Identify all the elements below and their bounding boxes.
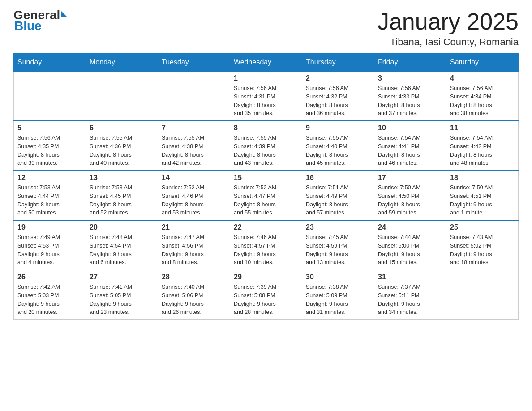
calendar-cell: 1Sunrise: 7:56 AMSunset: 4:31 PMDaylight…	[230, 71, 302, 121]
day-info: Sunrise: 7:56 AMSunset: 4:31 PMDaylight:…	[234, 84, 298, 118]
calendar-cell: 9Sunrise: 7:55 AMSunset: 4:40 PMDaylight…	[302, 121, 374, 171]
day-number: 15	[234, 174, 298, 182]
day-number: 12	[17, 174, 82, 182]
title-block: January 2025 Tibana, Iasi County, Romani…	[378, 9, 519, 48]
day-info: Sunrise: 7:44 AMSunset: 5:00 PMDaylight:…	[378, 233, 442, 267]
day-info: Sunrise: 7:52 AMSunset: 4:47 PMDaylight:…	[234, 184, 298, 217]
calendar-cell: 13Sunrise: 7:53 AMSunset: 4:45 PMDayligh…	[86, 171, 158, 220]
day-info: Sunrise: 7:50 AMSunset: 4:51 PMDaylight:…	[450, 184, 515, 217]
calendar-week-1: 1Sunrise: 7:56 AMSunset: 4:31 PMDaylight…	[14, 71, 519, 121]
calendar-header-wednesday: Wednesday	[230, 54, 302, 72]
day-info: Sunrise: 7:48 AMSunset: 4:54 PMDaylight:…	[90, 233, 154, 267]
calendar-cell: 2Sunrise: 7:56 AMSunset: 4:32 PMDaylight…	[302, 71, 374, 121]
calendar-cell: 7Sunrise: 7:55 AMSunset: 4:38 PMDaylight…	[158, 121, 230, 171]
day-number: 21	[162, 223, 226, 231]
calendar-cell: 8Sunrise: 7:55 AMSunset: 4:39 PMDaylight…	[230, 121, 302, 171]
day-number: 13	[90, 174, 154, 182]
calendar-cell: 27Sunrise: 7:41 AMSunset: 5:05 PMDayligh…	[86, 270, 158, 320]
day-info: Sunrise: 7:52 AMSunset: 4:46 PMDaylight:…	[162, 184, 226, 217]
calendar-cell: 25Sunrise: 7:43 AMSunset: 5:02 PMDayligh…	[446, 220, 519, 270]
calendar-cell: 10Sunrise: 7:54 AMSunset: 4:41 PMDayligh…	[374, 121, 446, 171]
day-number: 30	[306, 273, 370, 281]
day-info: Sunrise: 7:54 AMSunset: 4:41 PMDaylight:…	[378, 134, 442, 167]
day-info: Sunrise: 7:56 AMSunset: 4:33 PMDaylight:…	[378, 84, 442, 118]
calendar-cell: 21Sunrise: 7:47 AMSunset: 4:56 PMDayligh…	[158, 220, 230, 270]
location-title: Tibana, Iasi County, Romania	[378, 36, 519, 48]
day-number: 27	[90, 273, 154, 281]
day-info: Sunrise: 7:42 AMSunset: 5:03 PMDaylight:…	[17, 283, 82, 317]
day-info: Sunrise: 7:38 AMSunset: 5:09 PMDaylight:…	[306, 283, 370, 317]
day-number: 17	[378, 174, 442, 182]
day-info: Sunrise: 7:56 AMSunset: 4:34 PMDaylight:…	[450, 84, 515, 118]
calendar-cell: 12Sunrise: 7:53 AMSunset: 4:44 PMDayligh…	[14, 171, 86, 220]
day-number: 2	[306, 74, 370, 82]
calendar-header-row: SundayMondayTuesdayWednesdayThursdayFrid…	[14, 54, 519, 72]
calendar-cell: 16Sunrise: 7:51 AMSunset: 4:49 PMDayligh…	[302, 171, 374, 220]
day-info: Sunrise: 7:55 AMSunset: 4:40 PMDaylight:…	[306, 134, 370, 167]
day-number: 18	[450, 174, 515, 182]
day-info: Sunrise: 7:53 AMSunset: 4:45 PMDaylight:…	[90, 184, 154, 217]
day-number: 31	[378, 273, 442, 281]
day-info: Sunrise: 7:53 AMSunset: 4:44 PMDaylight:…	[17, 184, 82, 217]
calendar-cell: 19Sunrise: 7:49 AMSunset: 4:53 PMDayligh…	[14, 220, 86, 270]
day-number: 3	[378, 74, 442, 82]
calendar-cell: 24Sunrise: 7:44 AMSunset: 5:00 PMDayligh…	[374, 220, 446, 270]
calendar-cell: 11Sunrise: 7:54 AMSunset: 4:42 PMDayligh…	[446, 121, 519, 171]
day-number: 9	[306, 124, 370, 132]
calendar-cell	[14, 71, 86, 121]
logo-arrow-icon	[61, 11, 67, 17]
day-info: Sunrise: 7:37 AMSunset: 5:11 PMDaylight:…	[378, 283, 442, 317]
day-number: 10	[378, 124, 442, 132]
calendar-header-thursday: Thursday	[302, 54, 374, 72]
day-info: Sunrise: 7:40 AMSunset: 5:06 PMDaylight:…	[162, 283, 226, 317]
calendar-cell: 30Sunrise: 7:38 AMSunset: 5:09 PMDayligh…	[302, 270, 374, 320]
calendar-week-5: 26Sunrise: 7:42 AMSunset: 5:03 PMDayligh…	[14, 270, 519, 320]
calendar-week-4: 19Sunrise: 7:49 AMSunset: 4:53 PMDayligh…	[14, 220, 519, 270]
day-number: 11	[450, 124, 515, 132]
calendar-cell: 23Sunrise: 7:45 AMSunset: 4:59 PMDayligh…	[302, 220, 374, 270]
calendar-cell: 17Sunrise: 7:50 AMSunset: 4:50 PMDayligh…	[374, 171, 446, 220]
day-number: 1	[234, 74, 298, 82]
calendar-cell: 6Sunrise: 7:55 AMSunset: 4:36 PMDaylight…	[86, 121, 158, 171]
page-header: General Blue January 2025 Tibana, Iasi C…	[13, 9, 519, 48]
day-number: 5	[17, 124, 82, 132]
day-number: 23	[306, 223, 370, 231]
day-info: Sunrise: 7:55 AMSunset: 4:38 PMDaylight:…	[162, 134, 226, 167]
logo: General Blue	[13, 9, 67, 32]
day-number: 20	[90, 223, 154, 231]
calendar-table: SundayMondayTuesdayWednesdayThursdayFrid…	[13, 53, 519, 320]
day-number: 16	[306, 174, 370, 182]
calendar-header-saturday: Saturday	[446, 54, 519, 72]
calendar-cell: 5Sunrise: 7:56 AMSunset: 4:35 PMDaylight…	[14, 121, 86, 171]
calendar-cell: 20Sunrise: 7:48 AMSunset: 4:54 PMDayligh…	[86, 220, 158, 270]
day-number: 25	[450, 223, 515, 231]
day-info: Sunrise: 7:56 AMSunset: 4:32 PMDaylight:…	[306, 84, 370, 118]
calendar-cell: 28Sunrise: 7:40 AMSunset: 5:06 PMDayligh…	[158, 270, 230, 320]
calendar-cell: 31Sunrise: 7:37 AMSunset: 5:11 PMDayligh…	[374, 270, 446, 320]
day-info: Sunrise: 7:39 AMSunset: 5:08 PMDaylight:…	[234, 283, 298, 317]
day-number: 7	[162, 124, 226, 132]
day-info: Sunrise: 7:55 AMSunset: 4:36 PMDaylight:…	[90, 134, 154, 167]
logo-blue: Blue	[13, 20, 42, 32]
day-info: Sunrise: 7:47 AMSunset: 4:56 PMDaylight:…	[162, 233, 226, 267]
calendar-cell: 3Sunrise: 7:56 AMSunset: 4:33 PMDaylight…	[374, 71, 446, 121]
day-info: Sunrise: 7:51 AMSunset: 4:49 PMDaylight:…	[306, 184, 370, 217]
calendar-header-friday: Friday	[374, 54, 446, 72]
calendar-cell	[86, 71, 158, 121]
day-info: Sunrise: 7:54 AMSunset: 4:42 PMDaylight:…	[450, 134, 515, 167]
day-number: 29	[234, 273, 298, 281]
calendar-cell: 26Sunrise: 7:42 AMSunset: 5:03 PMDayligh…	[14, 270, 86, 320]
day-number: 14	[162, 174, 226, 182]
calendar-cell: 18Sunrise: 7:50 AMSunset: 4:51 PMDayligh…	[446, 171, 519, 220]
calendar-header-monday: Monday	[86, 54, 158, 72]
calendar-cell: 4Sunrise: 7:56 AMSunset: 4:34 PMDaylight…	[446, 71, 519, 121]
day-info: Sunrise: 7:45 AMSunset: 4:59 PMDaylight:…	[306, 233, 370, 267]
day-info: Sunrise: 7:49 AMSunset: 4:53 PMDaylight:…	[17, 233, 82, 267]
calendar-cell: 22Sunrise: 7:46 AMSunset: 4:57 PMDayligh…	[230, 220, 302, 270]
day-number: 6	[90, 124, 154, 132]
day-info: Sunrise: 7:46 AMSunset: 4:57 PMDaylight:…	[234, 233, 298, 267]
day-number: 28	[162, 273, 226, 281]
day-number: 19	[17, 223, 82, 231]
day-number: 24	[378, 223, 442, 231]
day-info: Sunrise: 7:43 AMSunset: 5:02 PMDaylight:…	[450, 233, 515, 267]
